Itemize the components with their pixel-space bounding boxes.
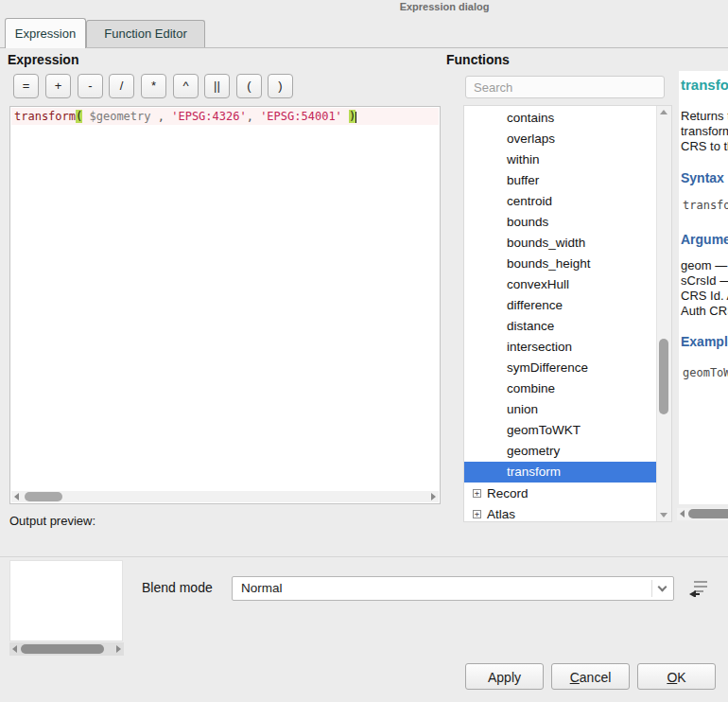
- scroll-left-arrow-icon[interactable]: [12, 645, 17, 653]
- expression-code-line: transform( $geometry , 'EPSG:4326', 'EPS…: [11, 108, 439, 125]
- editor-horizontal-scrollbar[interactable]: [11, 491, 439, 502]
- function-item[interactable]: bounds_height: [464, 254, 657, 274]
- help-arguments: geom — a geometry sCrsId — the source CR…: [681, 258, 728, 319]
- code-geometry-variable: $geometry: [82, 110, 157, 123]
- chevron-down-icon: [658, 583, 667, 592]
- preview-scrollbar-thumb[interactable]: [21, 644, 104, 654]
- code-close-paren-highlight: ): [349, 110, 355, 123]
- ok-button[interactable]: OK: [637, 663, 716, 690]
- group-item-atlas[interactable]: + Atlas: [464, 503, 671, 522]
- help-horizontal-scrollbar[interactable]: [677, 508, 728, 520]
- expression-editor[interactable]: transform( $geometry , 'EPSG:4326', 'EPS…: [9, 106, 441, 504]
- help-argument-line: Auth CRS Id of destination: [681, 304, 728, 319]
- function-item[interactable]: convexHull: [464, 274, 657, 295]
- operator-button-equals[interactable]: =: [13, 74, 39, 98]
- help-scrollbar-thumb[interactable]: [688, 509, 728, 518]
- search-input[interactable]: [465, 76, 665, 98]
- blend-mode-label: Blend mode: [142, 580, 213, 595]
- expand-plus-icon[interactable]: +: [473, 510, 481, 518]
- scroll-left-arrow-icon[interactable]: [680, 510, 685, 518]
- dialog-title: Expression dialog: [400, 1, 490, 12]
- code-string-epsg-4326: 'EPSG:4326': [171, 110, 246, 123]
- expression-dialog: Expression dialog Expression Function Ed…: [0, 0, 728, 702]
- help-description-line: Returns the geometry: [681, 109, 728, 124]
- scroll-left-arrow-icon[interactable]: [14, 493, 19, 500]
- help-function-title: transform: [681, 77, 728, 93]
- operator-button-concat[interactable]: ||: [204, 74, 230, 98]
- help-argument-line: geom — a geometry: [681, 258, 728, 273]
- cancel-button[interactable]: Cancel: [551, 663, 630, 690]
- expand-plus-icon[interactable]: +: [473, 489, 481, 498]
- functions-vertical-scrollbar[interactable]: [656, 106, 671, 521]
- operator-button-divide[interactable]: /: [109, 74, 134, 98]
- function-item[interactable]: centroid: [464, 191, 657, 212]
- scroll-up-arrow-icon[interactable]: [660, 110, 667, 114]
- function-item[interactable]: symDifference: [464, 358, 657, 378]
- data-defined-override-button[interactable]: [683, 577, 707, 600]
- combo-separator: [651, 580, 652, 597]
- functions-list: contains overlaps within buffer centroid…: [463, 105, 672, 522]
- code-comma: ,: [158, 110, 171, 123]
- scroll-right-arrow-icon[interactable]: [431, 493, 436, 500]
- function-item[interactable]: overlaps: [464, 129, 657, 149]
- tab-panel-border: [0, 47, 728, 48]
- help-syntax-heading: Syntax: [681, 170, 724, 185]
- functions-scrollbar-thumb[interactable]: [659, 339, 668, 414]
- operator-button-minus[interactable]: -: [78, 74, 103, 98]
- data-defined-override-icon: [688, 578, 709, 597]
- code-function-name: transform: [14, 110, 76, 123]
- help-example-code: geomToWKT( transform( ... ) ): [683, 366, 728, 379]
- function-item[interactable]: combine: [464, 378, 657, 399]
- help-argument-line: sCrsId — the source: [681, 273, 728, 289]
- operator-button-plus[interactable]: +: [45, 74, 71, 98]
- operator-button-multiply[interactable]: *: [141, 74, 166, 98]
- preview-box: [9, 560, 123, 641]
- section-divider: [0, 556, 728, 557]
- group-item-record[interactable]: + Record: [464, 483, 671, 503]
- function-item[interactable]: difference: [464, 295, 657, 316]
- function-item-selected[interactable]: transform: [464, 462, 657, 483]
- group-label: Atlas: [487, 507, 515, 521]
- code-string-epsg-54001: 'EPSG:54001': [260, 110, 342, 123]
- function-item[interactable]: contains: [464, 108, 657, 129]
- function-item[interactable]: buffer: [464, 170, 657, 191]
- operator-button-close-paren[interactable]: ): [268, 74, 293, 98]
- tab-expression[interactable]: Expression: [5, 18, 86, 48]
- apply-button[interactable]: Apply: [465, 663, 544, 690]
- output-preview-label: Output preview:: [9, 514, 95, 528]
- preview-horizontal-scrollbar[interactable]: [9, 642, 124, 656]
- function-item[interactable]: bounds: [464, 212, 657, 233]
- tab-function-editor[interactable]: Function Editor: [86, 20, 205, 47]
- function-item[interactable]: bounds_width: [464, 233, 657, 254]
- help-syntax-code: transform( geom, sourceAuthId, destAuthI…: [683, 199, 728, 212]
- operator-button-open-paren[interactable]: (: [236, 74, 262, 98]
- expression-section-label: Expression: [8, 52, 78, 67]
- scroll-right-arrow-icon[interactable]: [116, 645, 121, 653]
- text-caret: [355, 112, 356, 123]
- operator-button-power[interactable]: ^: [173, 74, 199, 98]
- function-item[interactable]: intersection: [464, 337, 657, 358]
- editor-scrollbar-thumb[interactable]: [25, 492, 62, 501]
- help-argument-line: CRS Id. Auth CRS Id: [681, 289, 728, 304]
- blend-mode-select[interactable]: Normal: [232, 576, 674, 601]
- group-label: Record: [487, 486, 529, 500]
- code-space: [342, 110, 349, 123]
- function-item[interactable]: geometry: [464, 441, 657, 462]
- scroll-down-arrow-icon[interactable]: [660, 513, 667, 518]
- help-description-line: transformed from the source: [681, 124, 728, 139]
- blend-mode-value: Normal: [241, 577, 283, 600]
- function-item[interactable]: union: [464, 399, 657, 420]
- function-item[interactable]: distance: [464, 316, 657, 337]
- help-description: Returns the geometry transformed from th…: [681, 109, 728, 154]
- help-arguments-heading: Arguments: [681, 232, 728, 247]
- help-examples-heading: Examples: [681, 334, 728, 349]
- function-item[interactable]: within: [464, 149, 657, 170]
- help-description-line: CRS to the destination CRS: [681, 139, 728, 154]
- help-panel: transform Returns the geometry transform…: [679, 71, 728, 504]
- functions-section-label: Functions: [446, 52, 510, 67]
- function-item[interactable]: geomToWKT: [464, 420, 657, 441]
- code-comma: ,: [247, 110, 260, 123]
